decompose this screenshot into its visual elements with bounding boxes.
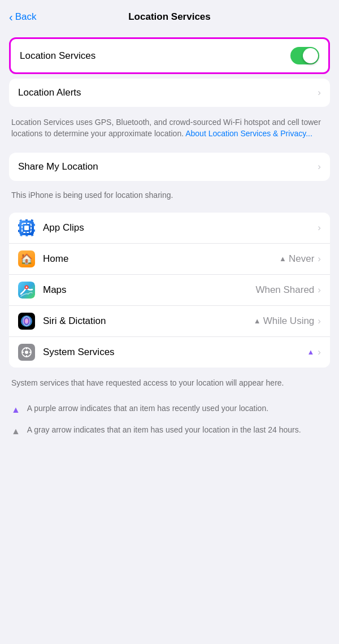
navigation-header: ‹ Back Location Services (0, 0, 339, 31)
siri-value: ▲ While Using (254, 315, 315, 327)
location-alerts-chevron: › (318, 87, 321, 98)
maps-value: When Shared (255, 284, 314, 296)
app-clips-icon (18, 219, 35, 236)
siri-icon (18, 313, 35, 330)
location-services-toggle[interactable] (290, 47, 319, 64)
share-my-location-subtitle: This iPhone is being used for location s… (0, 185, 339, 208)
legend-purple-item: ▲ A purple arrow indicates that an item … (11, 403, 328, 416)
legend-gray-arrow-icon: ▲ (11, 425, 20, 438)
location-description: Location Services uses GPS, Bluetooth, a… (0, 111, 339, 148)
system-services-note: System services that have requested acce… (0, 372, 339, 398)
home-value: ▲ Never (279, 253, 314, 265)
share-my-location-row[interactable]: Share My Location › (9, 153, 330, 181)
legend-gray-item: ▲ A gray arrow indicates that an item ha… (11, 425, 328, 438)
system-services-value: ▲ (307, 348, 314, 356)
siri-row[interactable]: Siri & Dictation ▲ While Using › (9, 306, 330, 337)
share-my-location-chevron: › (318, 161, 321, 172)
location-alerts-label: Location Alerts (18, 87, 318, 98)
location-services-label: Location Services (20, 50, 95, 62)
back-label: Back (15, 11, 37, 23)
location-services-toggle-row[interactable]: Location Services (9, 37, 330, 74)
svg-point-4 (26, 286, 28, 288)
location-alerts-card: Location Alerts › (9, 79, 330, 107)
siri-label: Siri & Dictation (43, 315, 254, 327)
system-services-label: System Services (43, 347, 307, 358)
app-clips-label: App Clips (43, 222, 318, 234)
about-link[interactable]: About Location Services & Privacy... (185, 129, 312, 138)
system-services-purple-arrow-icon: ▲ (307, 348, 314, 356)
app-clips-chevron: › (318, 222, 321, 234)
siri-location-arrow-icon: ▲ (254, 317, 261, 325)
maps-icon (18, 282, 35, 299)
home-location-arrow-icon: ▲ (279, 254, 286, 263)
share-my-location-label: Share My Location (18, 161, 318, 172)
siri-chevron: › (318, 315, 321, 327)
legend-purple-text: A purple arrow indicates that an item ha… (27, 403, 268, 414)
legend-section: ▲ A purple arrow indicates that an item … (0, 397, 339, 457)
legend-gray-text: A gray arrow indicates that an item has … (27, 425, 301, 436)
svg-point-7 (25, 318, 28, 324)
system-services-chevron: › (318, 347, 321, 358)
back-button[interactable]: ‹ Back (9, 11, 36, 24)
maps-row[interactable]: Maps When Shared › (9, 275, 330, 306)
home-label: Home (43, 253, 279, 265)
page-title: Location Services (128, 11, 211, 23)
maps-label: Maps (43, 284, 255, 296)
home-icon: 🏠 (18, 250, 35, 267)
app-clips-row[interactable]: App Clips › (9, 213, 330, 244)
share-my-location-card: Share My Location › (9, 153, 330, 181)
legend-purple-arrow-icon: ▲ (11, 404, 20, 416)
back-chevron-icon: ‹ (9, 11, 13, 24)
svg-point-9 (25, 351, 28, 354)
system-services-icon (18, 344, 35, 361)
location-alerts-row[interactable]: Location Alerts › (9, 79, 330, 107)
home-row[interactable]: 🏠 Home ▲ Never › (9, 244, 330, 275)
maps-chevron: › (318, 284, 321, 296)
app-list-card: App Clips › 🏠 Home ▲ Never › (9, 213, 330, 368)
toggle-knob (303, 48, 318, 63)
system-services-row[interactable]: System Services ▲ › (9, 337, 330, 368)
home-chevron: › (318, 253, 321, 265)
svg-rect-1 (24, 226, 29, 230)
